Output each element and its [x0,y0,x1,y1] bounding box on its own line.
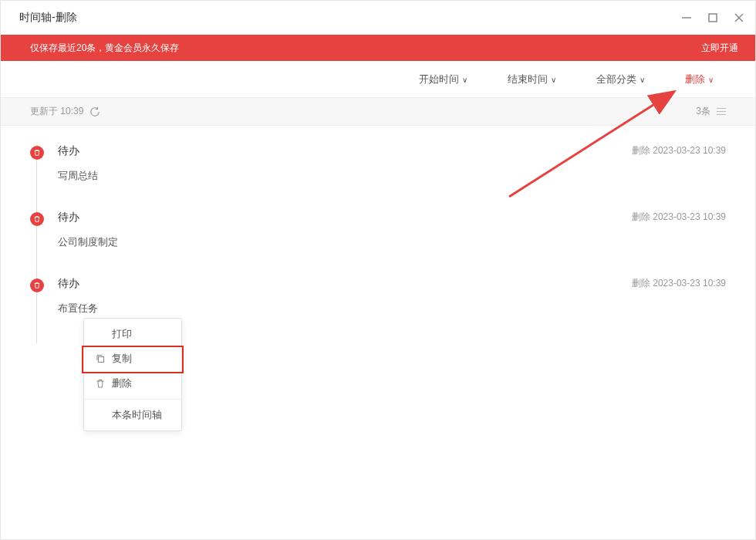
ctx-this-timeline-label: 本条时间轴 [112,408,162,422]
entry-meta: 删除 2023-03-23 10:39 [632,144,726,157]
entry-head: 待办 删除 2023-03-23 10:39 [58,277,726,291]
chevron-down-icon: ∨ [551,76,556,84]
ctx-separator [84,399,181,400]
upgrade-button[interactable]: 立即开通 [701,42,738,55]
menu-icon[interactable] [717,108,726,115]
filter-category[interactable]: 全部分类 ∨ [596,73,645,86]
ctx-copy[interactable]: 复制 [84,346,181,371]
minimize-icon[interactable] [681,12,692,23]
ctx-delete-label: 删除 [112,376,132,390]
filter-end-time-label: 结束时间 [508,73,548,86]
window-controls [681,12,744,23]
ctx-delete[interactable]: 删除 [84,371,181,396]
window-title: 时间轴-删除 [19,11,77,25]
ctx-this-timeline[interactable]: 本条时间轴 [84,403,181,427]
chevron-down-icon: ∨ [708,76,714,84]
filter-start-time-label: 开始时间 [419,73,459,86]
svg-rect-1 [709,14,717,22]
filter-end-time[interactable]: 结束时间 ∨ [508,73,556,86]
title-bar: 时间轴-删除 [1,1,755,35]
entry-body: 公司制度制定 [58,235,726,249]
trash-icon [30,212,44,226]
maximize-icon[interactable] [707,12,718,23]
filter-row: 开始时间 ∨ 结束时间 ∨ 全部分类 ∨ 删除 ∨ [1,61,755,98]
svg-rect-4 [99,357,104,363]
entry-body: 写周总结 [58,169,726,183]
count-label: 3条 [696,105,710,118]
filter-delete[interactable]: 删除 ∨ [685,73,714,86]
trash-icon [30,146,44,160]
entry-head: 待办 删除 2023-03-23 10:39 [58,144,726,158]
timeline-entry[interactable]: 待办 删除 2023-03-23 10:39 写周总结 [29,144,726,211]
filter-delete-label: 删除 [685,73,705,86]
timeline: 待办 删除 2023-03-23 10:39 写周总结 待办 删除 2023-0… [29,144,726,343]
entry-body: 布置任务 [58,302,726,316]
chevron-down-icon: ∨ [462,76,467,84]
trash-icon [30,278,44,292]
updated-label: 更新于 10:39 [30,105,83,118]
filter-category-label: 全部分类 [596,73,636,86]
filter-start-time[interactable]: 开始时间 ∨ [419,73,467,86]
copy-icon [95,353,106,364]
ctx-print[interactable]: 打印 [84,322,181,346]
upgrade-banner: 仅保存最近20条，黄金会员永久保存 立即开通 [1,35,755,61]
ctx-print-label: 打印 [112,327,132,341]
app-window: 时间轴-删除 仅保存最近20条，黄金会员永久保存 立即开通 开始时间 ∨ 结束时… [0,0,756,540]
entry-meta: 删除 2023-03-23 10:39 [632,277,726,290]
timeline-entry[interactable]: 待办 删除 2023-03-23 10:39 公司制度制定 [29,211,726,277]
ctx-copy-label: 复制 [112,352,132,366]
status-right: 3条 [696,105,726,118]
entry-type: 待办 [58,277,79,291]
entry-type: 待办 [58,211,79,224]
close-icon[interactable] [734,12,744,23]
refresh-icon[interactable] [89,106,100,117]
banner-message: 仅保存最近20条，黄金会员永久保存 [30,42,179,55]
trash-icon [95,378,106,389]
entry-meta: 删除 2023-03-23 10:39 [632,211,726,224]
status-left: 更新于 10:39 [30,105,100,118]
entry-type: 待办 [58,144,79,158]
status-bar: 更新于 10:39 3条 [1,98,755,126]
context-menu: 打印 复制 删除 本条时间轴 [83,318,182,431]
chevron-down-icon: ∨ [640,76,645,84]
entry-head: 待办 删除 2023-03-23 10:39 [58,211,726,224]
